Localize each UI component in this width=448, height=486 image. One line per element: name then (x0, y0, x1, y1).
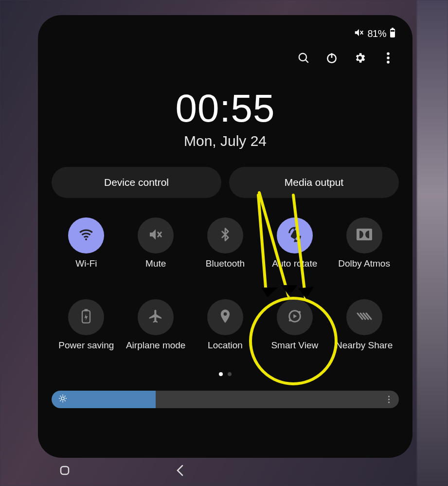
svg-rect-38 (61, 467, 69, 474)
smartview-toggle[interactable] (277, 299, 313, 335)
nearbyshare-icon (356, 310, 373, 324)
tile-bluetooth: Bluetooth (194, 217, 257, 280)
more-icon[interactable] (381, 51, 395, 65)
tile-label: Bluetooth (206, 258, 245, 280)
svg-point-10 (387, 56, 390, 59)
mute-status-icon (354, 27, 364, 40)
dolby-toggle[interactable] (346, 217, 382, 253)
wifi-icon (78, 226, 94, 245)
tile-label: Nearby Share (336, 340, 393, 361)
quick-tiles-grid: Wi-Fi Mute Bluetooth Auto (52, 217, 399, 361)
location-toggle[interactable] (207, 299, 243, 335)
tile-label: Auto rotate (272, 258, 317, 280)
recents-button[interactable] (57, 463, 72, 478)
powersaving-toggle[interactable] (68, 299, 104, 335)
navigation-bar (38, 459, 412, 482)
brightness-slider[interactable] (52, 391, 399, 408)
svg-point-20 (298, 311, 301, 313)
tile-label: Power saving (58, 340, 114, 361)
settings-icon[interactable] (353, 51, 367, 65)
smartview-icon (287, 308, 303, 326)
tile-location: Location (194, 299, 257, 361)
svg-point-5 (299, 54, 306, 61)
status-bar: 81% (52, 25, 399, 42)
nearbyshare-toggle[interactable] (346, 299, 382, 335)
back-button[interactable] (173, 463, 188, 478)
svg-point-32 (388, 398, 389, 400)
svg-rect-15 (290, 230, 299, 239)
device-control-button[interactable]: Device control (52, 167, 221, 198)
svg-point-12 (85, 238, 87, 240)
tile-airplane: Airplane mode (124, 299, 187, 361)
svg-rect-18 (85, 309, 88, 311)
battery-icon (389, 27, 396, 40)
svg-rect-3 (392, 28, 394, 29)
tile-label: Airplane mode (126, 340, 186, 361)
autorotate-toggle[interactable] (277, 217, 313, 253)
svg-line-6 (305, 60, 308, 63)
panel-toolbar (52, 42, 399, 69)
svg-line-27 (60, 396, 61, 396)
page-dot-1 (219, 372, 223, 376)
clock-block: 00:55 Mon, July 24 (52, 86, 399, 149)
svg-line-29 (60, 400, 61, 401)
page-indicator[interactable] (52, 372, 399, 376)
tile-wifi: Wi-Fi (54, 217, 118, 280)
media-output-label: Media output (285, 177, 343, 188)
search-icon[interactable] (297, 51, 310, 65)
tile-label: Smart View (271, 340, 318, 361)
tile-powersaving: Power saving (54, 299, 118, 361)
svg-point-11 (387, 61, 390, 64)
tile-smartview: Smart View (263, 299, 326, 361)
tile-label: Mute (145, 258, 166, 280)
device-control-label: Device control (104, 177, 169, 188)
svg-point-21 (289, 319, 291, 322)
tile-label: Location (208, 340, 243, 361)
svg-point-31 (388, 396, 389, 397)
location-icon (218, 308, 232, 326)
quick-settings-panel: 81% 00:55 Mon, July 24 Device control Me… (38, 15, 412, 458)
airplane-toggle[interactable] (138, 299, 174, 335)
svg-point-9 (387, 53, 390, 55)
brightness-icon (58, 394, 67, 405)
battery-saver-icon (80, 308, 92, 326)
media-output-button[interactable]: Media output (229, 167, 399, 198)
tile-label: Wi-Fi (75, 258, 97, 280)
svg-point-22 (61, 397, 64, 400)
tile-autorotate: Auto rotate (263, 217, 326, 280)
svg-rect-4 (391, 30, 394, 32)
pill-row: Device control Media output (52, 167, 399, 198)
svg-line-30 (65, 396, 65, 396)
clock-time: 00:55 (52, 86, 399, 131)
svg-point-33 (388, 401, 389, 403)
battery-percent-label: 81% (367, 28, 386, 39)
svg-rect-16 (357, 229, 372, 240)
brightness-more-icon[interactable] (384, 395, 393, 404)
svg-rect-2 (390, 29, 395, 37)
bluetooth-icon (218, 227, 233, 244)
airplane-icon (148, 308, 163, 326)
dolby-icon (357, 229, 372, 242)
bluetooth-toggle[interactable] (207, 217, 243, 253)
mute-icon (148, 227, 163, 244)
mute-toggle[interactable] (138, 217, 174, 253)
svg-line-28 (65, 400, 65, 401)
page-dot-2 (228, 372, 232, 376)
wifi-toggle[interactable] (68, 217, 104, 253)
autorotate-icon (287, 226, 303, 245)
brightness-fill (52, 391, 156, 408)
tile-dolby: Dolby Atmos (333, 217, 396, 280)
tile-label: Dolby Atmos (338, 258, 390, 280)
tile-nearbyshare: Nearby Share (333, 299, 396, 361)
clock-date: Mon, July 24 (52, 133, 399, 149)
power-icon[interactable] (325, 51, 339, 65)
tile-mute: Mute (124, 217, 187, 280)
